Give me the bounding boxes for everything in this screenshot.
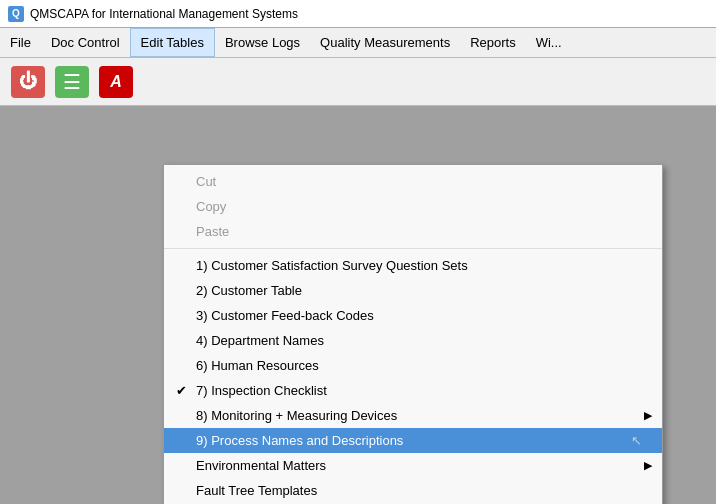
document-button[interactable]: ☰ xyxy=(52,63,92,101)
tables-section: 1) Customer Satisfaction Survey Question… xyxy=(164,249,662,504)
menu-edit-tables[interactable]: Edit Tables xyxy=(130,28,215,57)
copy-item[interactable]: Copy xyxy=(164,194,662,219)
menu-bar: File Doc Control Edit Tables Browse Logs… xyxy=(0,28,716,58)
paste-item[interactable]: Paste xyxy=(164,219,662,244)
power-button[interactable]: ⏻ xyxy=(8,63,48,101)
main-content: Cut Copy Paste 1) Customer Satisfaction … xyxy=(0,106,716,504)
edit-tables-dropdown: Cut Copy Paste 1) Customer Satisfaction … xyxy=(163,164,663,504)
department-names-item[interactable]: 4) Department Names xyxy=(164,328,662,353)
customer-table-item[interactable]: 2) Customer Table xyxy=(164,278,662,303)
submenu-arrow-monitoring: ▶ xyxy=(644,409,652,422)
toolbar: ⏻ ☰ A xyxy=(0,58,716,106)
inspection-checklist-item[interactable]: ✔ 7) Inspection Checklist xyxy=(164,378,662,403)
environmental-matters-item[interactable]: Environmental Matters ▶ xyxy=(164,453,662,478)
title-bar-text: QMSCAPA for International Management Sys… xyxy=(30,7,298,21)
cursor-indicator: ↖ xyxy=(631,433,642,448)
app-icon: Q xyxy=(8,6,24,22)
submenu-arrow-environmental: ▶ xyxy=(644,459,652,472)
fault-tree-item[interactable]: Fault Tree Templates xyxy=(164,478,662,503)
menu-doc-control[interactable]: Doc Control xyxy=(41,28,130,57)
menu-quality-measurements[interactable]: Quality Measurements xyxy=(310,28,460,57)
adobe-button[interactable]: A xyxy=(96,63,136,101)
monitoring-devices-item[interactable]: 8) Monitoring + Measuring Devices ▶ xyxy=(164,403,662,428)
menu-browse-logs[interactable]: Browse Logs xyxy=(215,28,310,57)
customer-satisfaction-item[interactable]: 1) Customer Satisfaction Survey Question… xyxy=(164,253,662,278)
checkmark-icon: ✔ xyxy=(176,383,187,398)
menu-file[interactable]: File xyxy=(0,28,41,57)
menu-reports[interactable]: Reports xyxy=(460,28,526,57)
cut-item[interactable]: Cut xyxy=(164,169,662,194)
customer-feedback-item[interactable]: 3) Customer Feed-back Codes xyxy=(164,303,662,328)
process-names-item[interactable]: 9) Process Names and Descriptions ↖ xyxy=(164,428,662,453)
human-resources-item[interactable]: 6) Human Resources xyxy=(164,353,662,378)
clipboard-section: Cut Copy Paste xyxy=(164,165,662,249)
menu-wi[interactable]: Wi... xyxy=(526,28,572,57)
title-bar: Q QMSCAPA for International Management S… xyxy=(0,0,716,28)
